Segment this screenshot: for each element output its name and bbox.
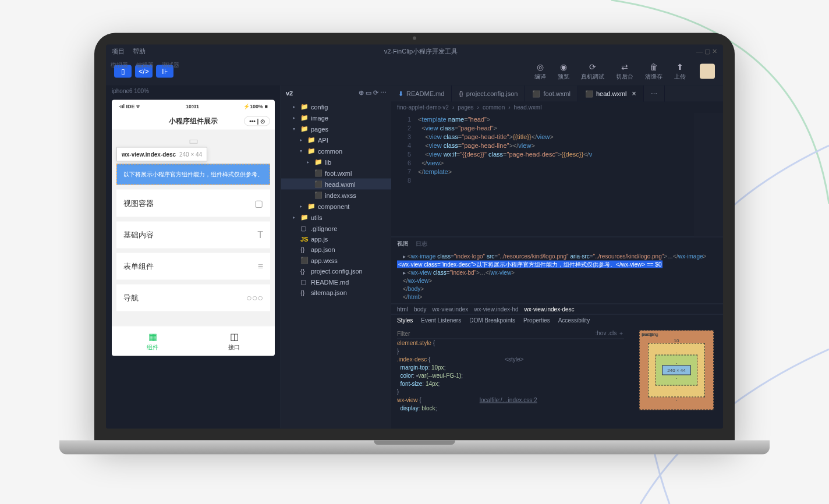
phone-tab-api[interactable]: ◫接口: [193, 326, 275, 356]
explorer-actions[interactable]: ⊕ ▭ ⟳ ⋯: [359, 89, 387, 97]
editor-tab[interactable]: ⬛head.wxml×: [578, 86, 644, 102]
list-item[interactable]: 表单组件≡: [116, 253, 270, 280]
close-icon: ×: [632, 90, 636, 98]
toolbar: ▯ </> ⊪ ◎编译 ◉预览 ⟳真机调试 ⇄切后台 🗑清缓存 ⬆上传: [106, 58, 723, 86]
window-title: v2-FinClip小程序开发工具: [154, 47, 688, 55]
app-title: 小程序组件展示: [169, 116, 218, 126]
phone-status-time: 10:01: [186, 104, 199, 109]
tree-item[interactable]: ▾📁common: [281, 145, 391, 157]
list-item[interactable]: 视图容器▢: [116, 190, 270, 217]
box-model: margin 10 border - padding - 240 × 44 - …: [630, 326, 723, 429]
add-style-icon[interactable]: ＋: [618, 329, 624, 338]
tree-item[interactable]: {}sitemap.json: [281, 288, 391, 298]
remote-debug-button[interactable]: ⟳真机调试: [581, 62, 604, 81]
tree-item[interactable]: ▸📁config: [281, 101, 391, 112]
tree-item[interactable]: ▸📁lib: [281, 157, 391, 168]
tab-overflow[interactable]: ⋯: [644, 86, 665, 102]
style-tabs: StylesEvent ListenersDOM BreakpointsProp…: [391, 314, 723, 326]
editor-tab[interactable]: ⬇README.md: [391, 86, 452, 102]
style-rules[interactable]: :hov .cls ＋ element.style {}.index-desc …: [391, 326, 630, 429]
hov-cls-toggle[interactable]: :hov .cls: [596, 329, 617, 338]
tree-item[interactable]: ▢.gitignore: [281, 223, 391, 234]
phone-status-right: ⚡100% ■: [243, 104, 268, 109]
upload-button[interactable]: ⬆上传: [674, 62, 686, 81]
style-tab[interactable]: Properties: [523, 317, 550, 324]
menu-project[interactable]: 项目: [112, 47, 125, 55]
style-filter-input[interactable]: [397, 329, 596, 338]
tree-item[interactable]: ⬛index.wxss: [281, 190, 391, 201]
preview-button[interactable]: ◉预览: [558, 62, 569, 81]
style-tab[interactable]: DOM Breakpoints: [469, 317, 515, 324]
phone-tab-component[interactable]: ▦组件: [112, 326, 193, 356]
tree-item[interactable]: JSapp.js: [281, 234, 391, 244]
file-explorer: v2 ⊕ ▭ ⟳ ⋯ ▸📁config▸📁image▾📁pages▸📁API▾📁…: [281, 86, 391, 429]
switch-bg-button[interactable]: ⇄切后台: [616, 62, 633, 81]
panel-tab-view[interactable]: 视图: [397, 240, 409, 248]
tree-item[interactable]: ▸📁component: [281, 201, 391, 212]
menu-help[interactable]: 帮助: [133, 47, 146, 55]
tree-item[interactable]: {}app.json: [281, 244, 391, 255]
clear-cache-button[interactable]: 🗑清缓存: [645, 62, 663, 81]
element-tooltip: wx-view.index-desc240 × 44: [116, 147, 207, 162]
tree-item[interactable]: ▸📁API: [281, 134, 391, 145]
style-tab[interactable]: Styles: [397, 317, 413, 324]
capsule-menu[interactable]: ••• | ⊙: [244, 116, 270, 126]
mode-labels: 模拟器编辑器测试器: [111, 61, 179, 69]
tree-item[interactable]: ▾📁pages: [281, 123, 391, 134]
simulator-panel: iphone6 100% ·ııl IDE ᯤ 10:01 ⚡100% ■ 小程…: [106, 86, 281, 429]
minimap[interactable]: [694, 113, 723, 237]
tree-item[interactable]: ▸📁utils: [281, 212, 391, 223]
phone-status-left: ·ııl IDE ᯤ: [119, 104, 141, 109]
breadcrumb[interactable]: fino-applet-demo-v2 › pages › common › h…: [391, 102, 723, 113]
phone-mockup: ·ııl IDE ᯤ 10:01 ⚡100% ■ 小程序组件展示 ••• | ⊙…: [112, 100, 275, 356]
style-tab[interactable]: Event Listeners: [421, 317, 461, 324]
laptop-base: [59, 441, 770, 455]
editor-area: ⬇README.md{}project.config.json⬛foot.wxm…: [391, 86, 723, 429]
style-tab[interactable]: Accessibility: [558, 317, 590, 324]
camera-dot: [413, 37, 416, 40]
list-item[interactable]: 基础内容T: [116, 222, 270, 249]
editor-tabs: ⬇README.md{}project.config.json⬛foot.wxm…: [391, 86, 723, 102]
panel-tab-log[interactable]: 日志: [416, 240, 427, 248]
dom-inspector[interactable]: ▸ <wx-image class="index-logo" src="../r…: [391, 250, 723, 304]
dom-breadcrumb[interactable]: htmlbodywx-view.indexwx-view.index-hdwx-…: [391, 304, 723, 314]
simulator-device-label[interactable]: iphone6 100%: [106, 86, 281, 97]
tree-item[interactable]: ⬛foot.wxml: [281, 168, 391, 179]
tree-item[interactable]: ⬛head.wxml: [281, 179, 391, 190]
compile-button[interactable]: ◎编译: [534, 62, 546, 81]
list-item[interactable]: 导航○○○: [116, 285, 270, 311]
explorer-root[interactable]: v2: [286, 89, 293, 96]
laptop-mockup: 项目 帮助 v2-FinClip小程序开发工具 — ▢ ✕ ▯ </> ⊪ ◎编…: [94, 33, 735, 455]
menubar: 项目 帮助 v2-FinClip小程序开发工具 — ▢ ✕: [106, 45, 723, 58]
tree-item[interactable]: ⬛app.wxss: [281, 255, 391, 266]
editor-tab[interactable]: {}project.config.json: [452, 86, 525, 102]
editor-tab[interactable]: ⬛foot.wxml: [525, 86, 578, 102]
tree-item[interactable]: {}project.config.json: [281, 266, 391, 276]
tree-item[interactable]: ▢README.md: [281, 276, 391, 288]
highlighted-element[interactable]: 以下将展示小程序官方组件能力，组件样式仅供参考。: [116, 164, 270, 185]
code-editor[interactable]: 1<template name="head">2 <view class="pa…: [391, 113, 723, 237]
window-controls[interactable]: — ▢ ✕: [696, 47, 717, 55]
devtools-panel: 视图 日志 ▸ <wx-image class="index-logo" src…: [391, 237, 723, 429]
user-avatar[interactable]: [700, 64, 715, 79]
tree-item[interactable]: ▸📁image: [281, 112, 391, 123]
